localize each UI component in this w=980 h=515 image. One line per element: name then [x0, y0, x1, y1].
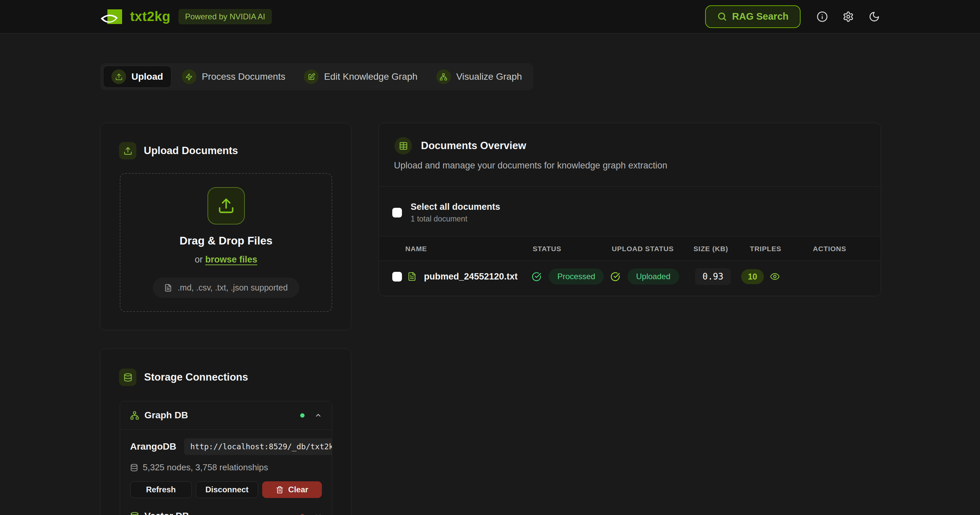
status-badge: Processed	[549, 269, 604, 285]
select-all-checkbox[interactable]	[392, 208, 402, 218]
connected-status-dot	[300, 413, 305, 418]
size-value: 0.93	[695, 268, 731, 285]
graph-stats-label: 5,325 nodes, 3,758 relationships	[143, 462, 268, 473]
row-checkbox[interactable]	[392, 272, 402, 281]
vector-db-section-header[interactable]: Vector DB	[120, 502, 332, 515]
database-icon	[130, 464, 138, 472]
database-icon	[130, 512, 139, 515]
row-upload-status-cell: Uploaded	[611, 261, 679, 292]
browse-files-link[interactable]: browse files	[205, 254, 257, 264]
settings-gear-icon[interactable]	[843, 11, 854, 22]
dropzone-title: Drag & Drop Files	[180, 234, 272, 247]
column-actions: ACTIONS	[813, 237, 846, 261]
graph-db-label: Graph DB	[145, 410, 188, 421]
upload-icon	[207, 187, 245, 224]
row-actions-cell	[770, 261, 780, 292]
storage-connections-card: Storage Connections Graph DB ArangoDB ht…	[100, 348, 351, 515]
info-icon[interactable]	[816, 11, 828, 22]
table-row: pubmed_24552120.txt Processed Uploaded 0…	[379, 261, 881, 292]
upload-icon	[119, 142, 137, 159]
documents-overview-card: Documents Overview Upload and manage you…	[379, 123, 881, 296]
check-circle-icon	[611, 272, 620, 281]
main-tabbar: Upload Process Documents Edit Knowledge …	[100, 63, 533, 91]
disconnected-status-dot	[300, 514, 305, 515]
graph-stats-line: 5,325 nodes, 3,758 relationships	[130, 462, 322, 473]
zap-icon	[182, 69, 196, 84]
app-title: txt2kg	[130, 9, 170, 24]
tab-process-documents[interactable]: Process Documents	[174, 66, 294, 87]
document-name: pubmed_24552120.txt	[424, 272, 518, 282]
refresh-button[interactable]: Refresh	[130, 481, 192, 498]
table-grid-icon	[395, 137, 412, 154]
dropzone-subtitle: or browse files	[195, 254, 258, 265]
view-eye-icon[interactable]	[770, 272, 780, 281]
top-header: txt2kg Powered by NVIDIA AI RAG Search	[0, 0, 980, 33]
select-all-label: Select all documents	[410, 202, 500, 212]
table-header: NAME STATUS UPLOAD STATUS SIZE (KB) TRIP…	[379, 236, 881, 261]
triples-badge: 10	[741, 269, 764, 284]
tab-visualize-graph-label: Visualize Graph	[456, 72, 522, 82]
upload-icon	[111, 69, 126, 84]
clear-button-label: Clear	[288, 485, 308, 494]
connection-url: http://localhost:8529/_db/txt2kg	[184, 438, 332, 455]
vector-db-label: Vector DB	[145, 511, 189, 515]
disconnect-button[interactable]: Disconnect	[196, 481, 259, 498]
column-name: NAME	[405, 237, 427, 261]
tab-edit-knowledge-graph[interactable]: Edit Knowledge Graph	[296, 66, 425, 87]
vector-db-status-group	[300, 512, 322, 515]
column-triples: TRIPLES	[750, 237, 781, 261]
edit-pencil-icon	[304, 69, 318, 84]
upload-status-badge: Uploaded	[627, 269, 679, 285]
storage-card-title: Storage Connections	[144, 369, 248, 386]
clear-button[interactable]: Clear	[262, 481, 322, 498]
row-name-cell: pubmed_24552120.txt	[407, 261, 518, 292]
divider	[379, 186, 881, 187]
tab-edit-knowledge-graph-label: Edit Knowledge Graph	[324, 72, 417, 82]
documents-card-title: Documents Overview	[421, 137, 526, 154]
file-icon	[407, 272, 417, 281]
graph-db-title-group: Graph DB	[130, 410, 188, 421]
tab-upload-label: Upload	[131, 72, 163, 82]
network-graph-icon	[436, 69, 451, 84]
provider-name: ArangoDB	[130, 441, 176, 452]
tab-visualize-graph[interactable]: Visualize Graph	[428, 66, 530, 87]
header-actions: RAG Search	[705, 5, 880, 28]
column-upload-status: UPLOAD STATUS	[612, 237, 674, 261]
chevron-up-icon[interactable]	[315, 412, 322, 419]
graph-db-status-group	[300, 412, 322, 419]
row-status-cell: Processed	[532, 261, 604, 292]
nvidia-logo-icon	[100, 10, 122, 24]
vector-db-title-group: Vector DB	[130, 511, 189, 515]
trash-icon	[276, 486, 283, 494]
column-status: STATUS	[533, 237, 562, 261]
documents-card-subtitle: Upload and manage your documents for kno…	[394, 161, 667, 171]
supported-formats-pill: .md, .csv, .txt, .json supported	[153, 278, 299, 298]
database-icon	[119, 369, 137, 386]
graph-db-actions: Refresh Disconnect Clear	[130, 481, 322, 498]
column-size: SIZE (KB)	[694, 237, 728, 261]
file-icon	[164, 284, 172, 292]
brand-group: txt2kg Powered by NVIDIA AI	[100, 9, 272, 24]
select-all-text: Select all documents 1 total document	[410, 202, 500, 224]
upload-documents-card: Upload Documents Drag & Drop Files or br…	[100, 123, 351, 330]
rag-search-label: RAG Search	[732, 11, 789, 22]
upload-card-title: Upload Documents	[144, 142, 238, 159]
tab-upload[interactable]: Upload	[103, 66, 171, 87]
row-checkbox-cell	[392, 261, 402, 292]
connections-box: Graph DB ArangoDB http://localhost:8529/…	[120, 401, 332, 515]
graph-db-section-header[interactable]: Graph DB	[120, 401, 332, 429]
dark-mode-moon-icon[interactable]	[869, 11, 880, 22]
or-label: or	[195, 254, 203, 264]
graph-db-details: ArangoDB http://localhost:8529/_db/txt2k…	[120, 430, 332, 498]
tab-process-documents-label: Process Documents	[202, 72, 286, 82]
search-icon	[717, 12, 727, 21]
row-triples-cell: 10	[741, 261, 764, 292]
file-dropzone[interactable]: Drag & Drop Files or browse files .md, .…	[120, 173, 332, 312]
chevron-down-icon[interactable]	[315, 512, 322, 515]
powered-by-badge: Powered by NVIDIA AI	[178, 9, 272, 24]
graph-network-icon	[130, 411, 139, 420]
app-root: txt2kg Powered by NVIDIA AI RAG Search U…	[0, 0, 980, 515]
select-all-row: Select all documents 1 total document	[392, 202, 500, 224]
provider-line: ArangoDB http://localhost:8529/_db/txt2k…	[130, 438, 322, 455]
rag-search-button[interactable]: RAG Search	[705, 5, 800, 28]
